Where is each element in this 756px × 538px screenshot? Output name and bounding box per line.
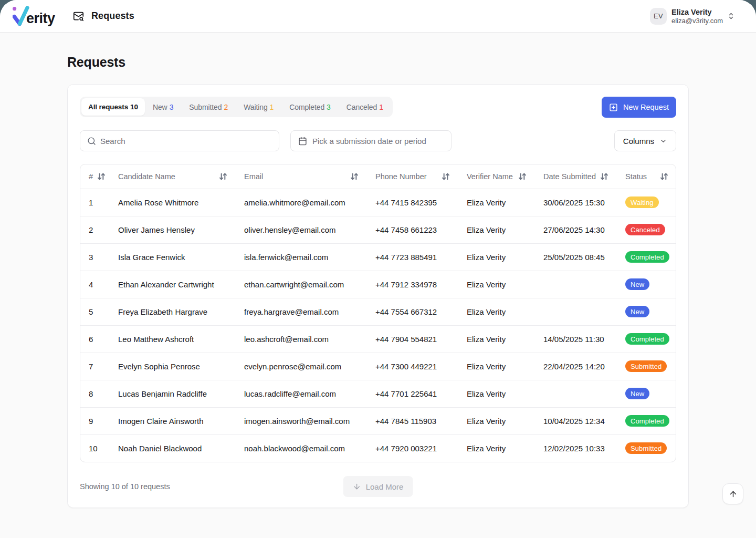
svg-text:erity: erity [26, 11, 55, 26]
